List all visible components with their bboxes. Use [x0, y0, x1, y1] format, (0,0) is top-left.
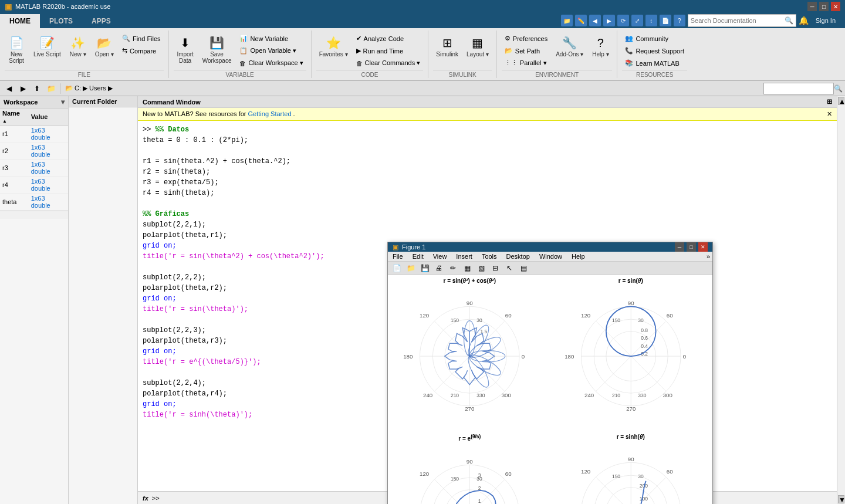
right-scrollbar[interactable]: ▲ ▼ [837, 96, 845, 504]
help-button[interactable]: ? Help ▾ [589, 33, 612, 59]
plot3-title: r = e(θ/5) [458, 434, 481, 442]
sign-in-button[interactable]: Sign In [811, 14, 840, 27]
analyze-code-button[interactable]: ✔ Analyze Code [353, 33, 424, 44]
community-button[interactable]: 👥 Community [622, 33, 687, 44]
toolbar-icon-5[interactable]: ⟳ [617, 15, 629, 26]
new-script-button[interactable]: 📄 NewScript [5, 33, 28, 66]
fig-print-btn[interactable]: 🖨 [432, 262, 445, 275]
tab-home[interactable]: HOME [0, 14, 40, 28]
open-button[interactable]: 📂 Open ▾ [92, 33, 117, 59]
toolbar-icon-8[interactable]: 📄 [660, 15, 671, 26]
fig-edit4-btn[interactable]: ⊟ [489, 262, 502, 275]
fig-close-button[interactable]: ✕ [698, 242, 708, 252]
compare-button[interactable]: ⇆ Compare [119, 45, 164, 56]
maximize-button[interactable]: □ [819, 2, 829, 11]
env-small-btns: ⚙ Preferences 📂 Set Path ⋮⋮ Parallel ▾ [502, 33, 550, 69]
fig-menu-help[interactable]: Help [569, 252, 587, 261]
import-data-button[interactable]: ⬇ ImportData [174, 33, 197, 66]
fig-menu-insert[interactable]: Insert [454, 252, 475, 261]
new-variable-button[interactable]: 📊 New Variable [236, 33, 306, 44]
search-input[interactable] [691, 17, 785, 24]
fig-menu-arrow[interactable]: » [707, 253, 710, 260]
fig-open-btn[interactable]: 📁 [404, 262, 417, 275]
toolbar-icon-2[interactable]: ✏️ [575, 15, 587, 26]
fig-menu-window[interactable]: Window [537, 252, 565, 261]
close-button[interactable]: ✕ [831, 2, 840, 11]
fig-menu-view[interactable]: View [431, 252, 449, 261]
toolbar-icon-6[interactable]: ⤢ [631, 15, 643, 26]
clear-workspace-button[interactable]: 🗑 Clear Workspace ▾ [236, 57, 306, 69]
layout-button[interactable]: ▦ Layout ▾ [464, 33, 492, 59]
forward-button[interactable]: ▶ [16, 82, 29, 95]
svg-text:150: 150 [451, 317, 459, 323]
fig-save-btn[interactable]: 💾 [418, 262, 431, 275]
compare-icon: ⇆ [122, 47, 127, 55]
new-button[interactable]: ✨ New ▾ [66, 33, 90, 59]
fig-edit2-btn[interactable]: ▦ [461, 262, 474, 275]
fig-menu-file[interactable]: File [390, 252, 405, 261]
add-ons-button[interactable]: 🔧 Add-Ons ▾ [553, 33, 586, 59]
new-variable-icon: 📊 [239, 35, 248, 42]
back-button[interactable]: ◀ [2, 82, 15, 95]
fig-cursor-btn[interactable]: ↖ [503, 262, 516, 275]
toolbar-icon-7[interactable]: ↕ [645, 15, 657, 26]
fig-menu-edit[interactable]: Edit [410, 252, 426, 261]
run-and-time-button[interactable]: ▶ Run and Time [353, 45, 424, 56]
toolbar-icon-3[interactable]: ◀ [589, 15, 601, 26]
up-button[interactable]: ⬆ [31, 82, 43, 95]
search-box[interactable]: 🔍 [688, 14, 796, 27]
new-live-script-button[interactable]: 📝 Live Script [31, 33, 64, 59]
fig-pan-btn[interactable]: ▤ [517, 262, 530, 275]
cw-expand-icon[interactable]: ⊞ [827, 98, 832, 106]
workspace-row[interactable]: r11x63 double [0, 126, 68, 143]
favorites-button[interactable]: ⭐ Favorites ▾ [316, 33, 351, 59]
fig-edit3-btn[interactable]: ▧ [475, 262, 488, 275]
workspace-row[interactable]: theta1x63 double [0, 194, 68, 211]
svg-point-24 [467, 351, 503, 379]
save-workspace-button[interactable]: 💾 SaveWorkspace [200, 33, 235, 66]
toolbar-icon-1[interactable]: 📁 [561, 15, 573, 26]
set-path-icon: 📂 [505, 47, 513, 55]
getting-started-link[interactable]: Getting Started [248, 110, 292, 117]
tab-apps[interactable]: APPS [82, 14, 120, 28]
browse-folder-button[interactable]: 📁 [45, 82, 58, 95]
workspace-row[interactable]: r41x63 double [0, 177, 68, 194]
workspace-value-header[interactable]: Value [29, 109, 68, 126]
learn-matlab-button[interactable]: 📚 Learn MATLAB [622, 57, 687, 69]
cw-close-icon[interactable]: ✕ [827, 110, 832, 118]
fig-menu-tools[interactable]: Tools [479, 252, 499, 261]
notification-icon[interactable]: 🔔 [799, 16, 809, 25]
workspace-menu-button[interactable]: ▾ [61, 98, 65, 106]
preferences-button[interactable]: ⚙ Preferences [502, 33, 550, 44]
simulink-button[interactable]: ⊞ Simulink [433, 33, 461, 59]
request-support-button[interactable]: 📞 Request Support [622, 45, 687, 56]
set-path-button[interactable]: 📂 Set Path [502, 45, 550, 56]
search-icon: 🔍 [785, 16, 793, 25]
workspace-name-header[interactable]: Name ▲ [0, 109, 29, 126]
live-script-label: Live Script [33, 51, 61, 57]
fig-edit1-btn[interactable]: ✏ [447, 262, 459, 275]
parallel-icon: ⋮⋮ [505, 59, 518, 67]
fig-maximize-button[interactable]: □ [687, 242, 696, 252]
minimize-button[interactable]: ─ [807, 2, 817, 11]
open-variable-button[interactable]: 📋 Open Variable ▾ [236, 45, 306, 56]
svg-text:90: 90 [627, 456, 634, 462]
workspace-row[interactable]: r31x63 double [0, 160, 68, 177]
fig-menu-desktop[interactable]: Desktop [504, 252, 532, 261]
workspace-hscroll[interactable] [0, 211, 68, 219]
find-files-button[interactable]: 🔍 Find Files [119, 33, 164, 44]
fig-minimize-button[interactable]: ─ [675, 242, 684, 252]
svg-text:270: 270 [626, 405, 636, 412]
help-icon[interactable]: ? [674, 15, 685, 26]
clear-commands-button[interactable]: 🗑 Clear Commands ▾ [353, 57, 424, 69]
parallel-button[interactable]: ⋮⋮ Parallel ▾ [502, 57, 550, 69]
scroll-up-btn[interactable]: ▲ [838, 97, 844, 105]
open-icon: 📂 [97, 35, 111, 51]
workspace-row[interactable]: r21x63 double [0, 143, 68, 160]
toolbar-icon-4[interactable]: ▶ [603, 15, 615, 26]
mini-search-input[interactable] [763, 83, 834, 94]
fig-new-btn[interactable]: 📄 [390, 262, 403, 275]
tab-plots[interactable]: PLOTS [40, 14, 82, 28]
scroll-down-btn[interactable]: ▼ [838, 495, 844, 503]
svg-text:300: 300 [663, 392, 672, 398]
